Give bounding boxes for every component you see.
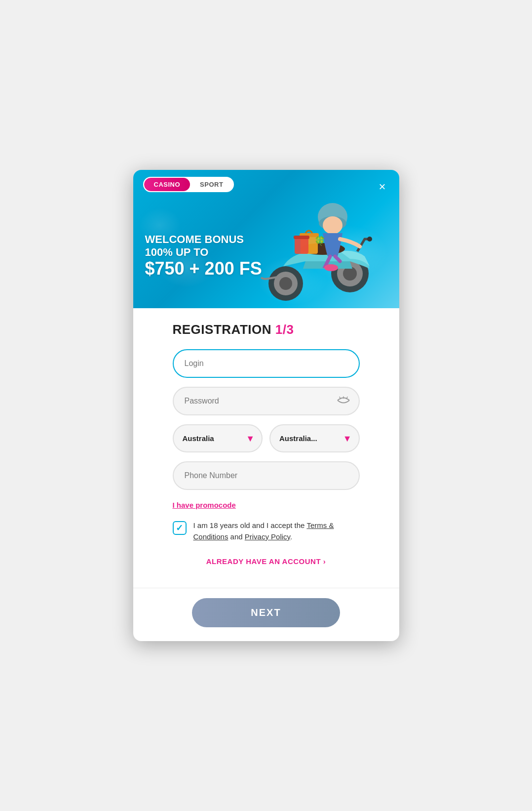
banner-line3: $750 + 200 FS	[145, 259, 262, 279]
banner-line1: WELCOME BONUS	[145, 233, 262, 246]
mode-toggle: CASINO SPORT	[143, 177, 234, 192]
checkmark-icon: ✓	[176, 524, 183, 532]
sport-tab[interactable]: SPORT	[190, 178, 233, 191]
privacy-policy-link[interactable]: Privacy Policy	[245, 532, 290, 541]
currency-select[interactable]: Australia... USD EUR GBP CAD	[269, 424, 360, 452]
svg-point-5	[279, 277, 292, 290]
registration-step: 1/3	[275, 322, 294, 337]
svg-text:🍀: 🍀	[314, 236, 326, 246]
svg-rect-15	[294, 236, 309, 239]
svg-point-2	[343, 267, 357, 281]
svg-point-10	[323, 216, 342, 234]
password-group	[173, 387, 360, 415]
already-account-link[interactable]: ALREADY HAVE AN ACCOUNT	[206, 557, 326, 566]
banner-text: WELCOME BONUS 100% UP TO $750 + 200 FS	[145, 233, 262, 279]
phone-group	[173, 461, 360, 490]
svg-point-11	[324, 264, 338, 271]
banner-line2: 100% UP TO	[145, 246, 262, 259]
svg-rect-14	[295, 237, 308, 254]
close-button[interactable]: ×	[374, 178, 391, 196]
password-toggle-icon[interactable]	[337, 396, 350, 407]
password-wrapper	[173, 387, 360, 415]
terms-text-pre: I am 18 years old and I accept the	[193, 521, 307, 529]
phone-input[interactable]	[173, 461, 360, 490]
next-button[interactable]: NEXT	[192, 598, 340, 627]
terms-label: I am 18 years old and I accept the Terms…	[193, 520, 360, 542]
terms-post: .	[290, 532, 292, 541]
login-wrapper	[173, 349, 360, 378]
country-currency-row: Australia United States United Kingdom C…	[173, 424, 360, 452]
already-account-section: ALREADY HAVE AN ACCOUNT	[173, 557, 360, 566]
country-wrapper: Australia United States United Kingdom C…	[173, 424, 263, 452]
registration-title: REGISTRATION 1/3	[173, 322, 360, 337]
promocode-link[interactable]: I have promocode	[173, 501, 236, 509]
form-section: REGISTRATION 1/3	[133, 308, 399, 588]
casino-tab[interactable]: CASINO	[144, 178, 190, 191]
banner: CASINO SPORT × WELCOME BONUS 100% UP TO …	[133, 170, 399, 308]
password-input[interactable]	[173, 387, 360, 415]
terms-checkbox-row: ✓ I am 18 years old and I accept the Ter…	[173, 520, 360, 542]
country-select[interactable]: Australia United States United Kingdom C…	[173, 424, 263, 452]
currency-wrapper: Australia... USD EUR GBP CAD ▼	[269, 424, 360, 452]
terms-checkbox[interactable]: ✓	[173, 521, 187, 535]
registration-modal: CASINO SPORT × WELCOME BONUS 100% UP TO …	[133, 170, 399, 641]
login-group	[173, 349, 360, 378]
next-button-wrapper: NEXT	[133, 588, 399, 641]
terms-and: and	[228, 532, 244, 541]
login-input[interactable]	[173, 349, 360, 378]
svg-point-7	[367, 237, 372, 242]
